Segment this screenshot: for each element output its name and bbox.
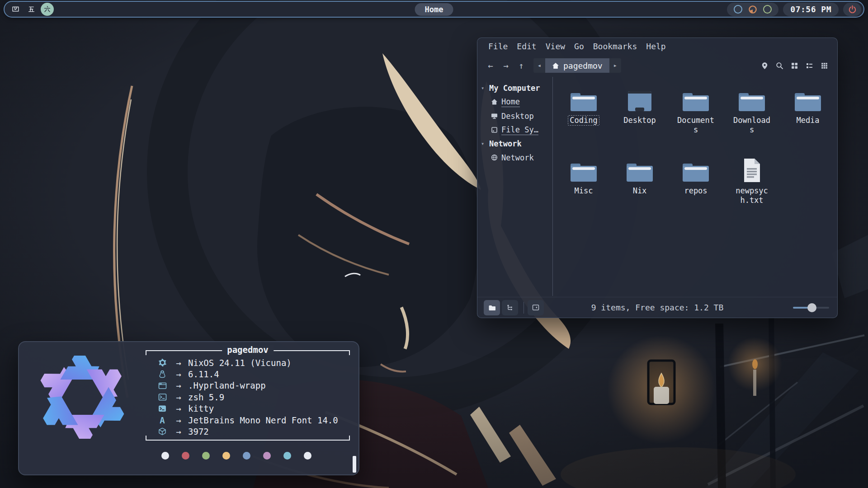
show-places-button[interactable] bbox=[484, 300, 500, 315]
places-sidebar: ▾ My Computer Home Desktop File Sy… ▾ bbox=[477, 76, 552, 297]
arrow: → bbox=[169, 380, 188, 390]
file-label: Misc bbox=[573, 186, 595, 196]
file-tile-media[interactable]: Media bbox=[780, 87, 836, 157]
zoom-slider[interactable] bbox=[793, 303, 829, 312]
info-row-kernel: → 6.11.4 bbox=[156, 368, 346, 380]
info-row-os: → NixOS 24.11 (Vicuna) bbox=[156, 357, 346, 368]
fastfetch-hostname: pagedmov bbox=[222, 345, 274, 355]
palette-dot bbox=[222, 452, 230, 460]
frame-corner bbox=[146, 436, 146, 441]
sidebar-header-label: Network bbox=[489, 139, 522, 148]
sidebar-item-home[interactable]: Home bbox=[477, 95, 552, 109]
arrow: → bbox=[169, 415, 188, 425]
terminal-window[interactable]: pagedmov → NixOS 24.11 (Vicuna) → 6.11.4 bbox=[18, 341, 359, 475]
up-button[interactable]: ↑ bbox=[514, 59, 529, 72]
tray-circle-blue-icon[interactable] bbox=[734, 5, 742, 14]
palette-dot bbox=[283, 452, 291, 460]
power-button[interactable] bbox=[843, 3, 861, 16]
expander-icon[interactable]: ▾ bbox=[481, 141, 486, 147]
font-value: JetBrains Mono Nerd Font 14.0 bbox=[188, 415, 338, 425]
toggle-side-pane-button[interactable] bbox=[528, 300, 544, 315]
menu-view[interactable]: View bbox=[541, 40, 570, 53]
menu-go[interactable]: Go bbox=[570, 40, 589, 53]
file-tile-newpsych-txt[interactable]: newpsych.txt bbox=[724, 157, 780, 228]
search-icon[interactable] bbox=[772, 59, 787, 72]
file-tile-documents[interactable]: Documents bbox=[668, 87, 724, 157]
frame-bottom-line bbox=[146, 440, 350, 441]
workspace-5[interactable] bbox=[25, 3, 38, 16]
show-tree-button[interactable] bbox=[502, 300, 518, 315]
desktop-folder-icon bbox=[627, 87, 653, 113]
sidebar-item-filesystem[interactable]: File Sy… bbox=[477, 123, 552, 137]
path-scroll-right-icon[interactable]: ▶ bbox=[609, 58, 621, 73]
path-bar: ◀ pagedmov ▶ bbox=[533, 58, 621, 73]
arrow: → bbox=[169, 404, 188, 413]
folder-icon bbox=[793, 87, 822, 113]
palette-dot bbox=[304, 452, 311, 460]
back-button[interactable]: ← bbox=[483, 59, 498, 72]
palette-dot bbox=[202, 452, 210, 460]
status-separator bbox=[524, 302, 524, 314]
status-text: 9 items, Free space: 1.2 TB bbox=[591, 303, 724, 312]
path-scroll-left-icon[interactable]: ◀ bbox=[533, 58, 545, 73]
system-tray[interactable] bbox=[727, 3, 778, 16]
menu-bookmarks[interactable]: Bookmarks bbox=[589, 40, 642, 53]
file-label: Nix bbox=[631, 186, 649, 196]
palette-dot bbox=[263, 452, 271, 460]
globe-icon bbox=[491, 154, 498, 161]
file-tile-repos[interactable]: repos bbox=[668, 157, 724, 228]
menu-file[interactable]: File bbox=[484, 40, 512, 53]
desktop-icon bbox=[491, 113, 498, 119]
clock[interactable]: 07:56 PM bbox=[783, 3, 839, 16]
home-icon bbox=[552, 62, 559, 69]
file-manager-window: File Edit View Go Bookmarks Help ← → ↑ ◀… bbox=[477, 38, 838, 318]
menu-help[interactable]: Help bbox=[642, 40, 670, 53]
file-tile-desktop[interactable]: Desktop bbox=[612, 87, 668, 157]
workspace-4[interactable] bbox=[9, 3, 22, 16]
os-value: NixOS 24.11 (Vicuna) bbox=[188, 358, 292, 368]
file-tile-coding[interactable]: Coding bbox=[556, 87, 612, 157]
fastfetch-frame: pagedmov → NixOS 24.11 (Vicuna) → 6.11.4 bbox=[146, 350, 350, 441]
focused-window-title[interactable]: Home bbox=[415, 3, 453, 16]
arrow: → bbox=[169, 392, 188, 402]
file-tile-nix[interactable]: Nix bbox=[612, 157, 668, 228]
location-pin-icon[interactable] bbox=[757, 59, 772, 72]
wm-value: .Hyprland-wrapp bbox=[188, 380, 266, 390]
arrow: → bbox=[169, 369, 188, 379]
workspace-switcher bbox=[9, 3, 54, 16]
file-label: Downloads bbox=[730, 115, 774, 136]
arrow: → bbox=[169, 427, 188, 436]
menu-edit[interactable]: Edit bbox=[512, 40, 541, 53]
file-tile-misc[interactable]: Misc bbox=[556, 157, 612, 228]
tux-icon bbox=[156, 370, 169, 378]
file-tile-downloads[interactable]: Downloads bbox=[724, 87, 780, 157]
font-icon: A bbox=[156, 415, 169, 425]
workspace-6-active[interactable] bbox=[41, 3, 54, 16]
terminal-color-palette bbox=[139, 452, 334, 460]
folder-icon bbox=[569, 87, 598, 113]
side-pane-icon bbox=[532, 304, 539, 311]
compact-view-icon[interactable] bbox=[817, 59, 832, 72]
folder-icon bbox=[625, 157, 654, 183]
folder-icon bbox=[681, 87, 710, 113]
fastfetch-info: → NixOS 24.11 (Vicuna) → 6.11.4 → .Hyprl… bbox=[156, 357, 346, 437]
slider-handle[interactable] bbox=[807, 303, 816, 312]
arrow: → bbox=[169, 358, 188, 368]
sidebar-section-network[interactable]: ▾ Network bbox=[477, 137, 552, 150]
folder-icon bbox=[681, 157, 710, 183]
sidebar-section-my-computer[interactable]: ▾ My Computer bbox=[477, 81, 552, 95]
path-segment-current[interactable]: pagedmov bbox=[545, 58, 609, 73]
forward-button[interactable]: → bbox=[498, 59, 514, 72]
icon-view-icon[interactable] bbox=[787, 59, 802, 72]
tray-circle-orange-pie-icon[interactable] bbox=[748, 5, 757, 14]
terminal-scrollbar-thumb[interactable] bbox=[353, 456, 356, 473]
sidebar-item-network[interactable]: Network bbox=[477, 150, 552, 164]
nixos-icon bbox=[156, 359, 169, 366]
list-view-icon[interactable] bbox=[802, 59, 817, 72]
workspace-glyph-5 bbox=[28, 5, 35, 13]
tray-circle-green-icon[interactable] bbox=[763, 5, 772, 14]
terminal-icon bbox=[156, 405, 169, 412]
sidebar-item-desktop[interactable]: Desktop bbox=[477, 109, 552, 123]
expander-icon[interactable]: ▾ bbox=[481, 85, 486, 91]
shell-icon bbox=[156, 393, 169, 401]
